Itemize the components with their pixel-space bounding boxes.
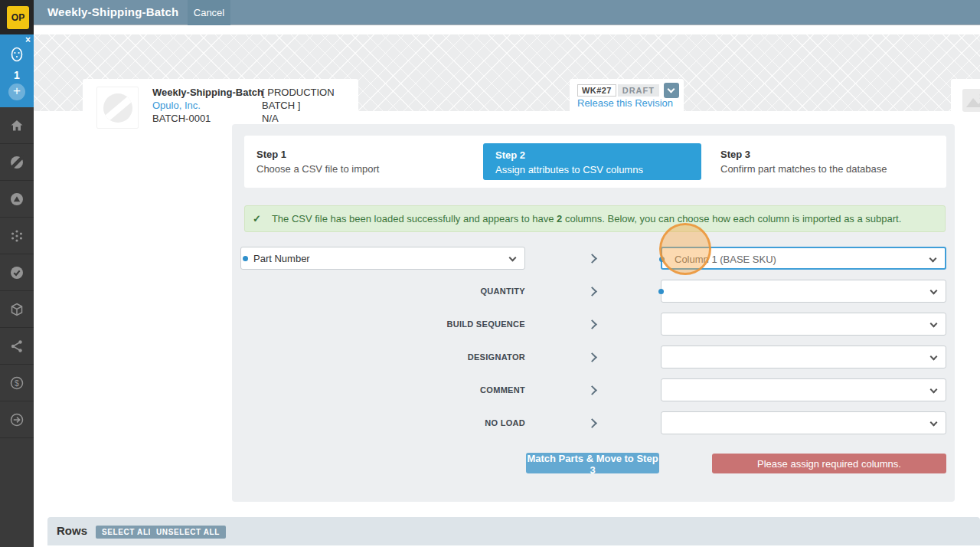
map-label-quantity: QUANTITY [385, 287, 525, 296]
release-revision-link[interactable]: Release this Revision [577, 97, 673, 109]
no-load-select[interactable] [661, 411, 946, 434]
attribute-select[interactable]: Part Number [240, 247, 525, 270]
chevron-down-icon [930, 353, 938, 361]
close-icon[interactable]: × [25, 34, 31, 45]
chevron-down-icon [929, 255, 937, 263]
parts-icon [10, 229, 24, 243]
chevron-down-icon [930, 320, 938, 328]
part-field-a: N/A [262, 112, 358, 125]
pnp-machine-icon [9, 155, 24, 170]
click-indicator [659, 223, 711, 275]
step-2-active: Step 2 Assign attributes to CSV columns [483, 143, 701, 180]
required-indicator [658, 289, 664, 294]
success-alert: ✓ The CSV file has been loaded successfu… [244, 205, 946, 232]
revision-row: WK#27 DRAFT [577, 83, 679, 98]
share-icon [10, 339, 24, 353]
chevron-down-icon [668, 86, 675, 93]
chevron-down-icon [930, 419, 938, 427]
package-icon [10, 303, 24, 316]
sidebar-item-share[interactable] [0, 328, 34, 365]
top-bar: Weekly-Shipping-Batch Cancel [34, 0, 980, 25]
chevron-down-icon [930, 386, 938, 394]
check-icon: ✓ [253, 213, 261, 224]
required-indicator [243, 256, 248, 261]
build-sequence-select[interactable] [661, 313, 946, 336]
sidebar-item-go[interactable] [0, 401, 34, 438]
sales-dollar-icon: $ [9, 375, 24, 391]
part-info-column: Weekly-Shipping-Batch Opulo, Inc. BATCH-… [152, 86, 263, 125]
sidebar-item-sales[interactable]: $ [0, 365, 34, 401]
step-indicator: Step 1 Choose a CSV file to import Step … [244, 136, 946, 188]
cancel-button[interactable]: Cancel [188, 0, 230, 25]
chevron-right-icon [587, 352, 597, 362]
revision-status-badge: DRAFT [618, 84, 659, 97]
quantity-select[interactable] [661, 280, 946, 303]
map-label-no-load: NO LOAD [385, 418, 525, 427]
designator-select[interactable] [661, 346, 946, 368]
sidebar-item-parts[interactable] [0, 218, 34, 254]
comment-select[interactable] [661, 378, 946, 401]
add-icon[interactable]: + [8, 84, 25, 100]
sidebar-item-quality[interactable] [0, 254, 34, 291]
chevron-down-icon [930, 287, 938, 295]
part-number: BATCH-0001 [152, 112, 263, 125]
revision-dropdown-button[interactable] [664, 83, 679, 98]
part-header-band: Weekly-Shipping-Batch Opulo, Inc. BATCH-… [34, 34, 980, 111]
sidebar-item-package[interactable] [0, 291, 34, 328]
sidebar-item-machine[interactable] [0, 144, 34, 181]
sidebar-workspace-section: × 1 + [0, 34, 34, 107]
op-logo[interactable]: OP [7, 6, 29, 29]
image-placeholder-icon [962, 88, 980, 116]
alert-text: The CSV file has been loaded successfull… [272, 213, 901, 224]
csv-import-panel: Step 1 Choose a CSV file to import Step … [232, 124, 955, 502]
home-icon [10, 119, 24, 133]
sidebar-item-media[interactable] [0, 181, 34, 218]
rows-title: Rows [57, 524, 87, 537]
chevron-right-icon [587, 254, 597, 264]
chevron-right-icon [587, 418, 597, 428]
opulo-mask-icon[interactable] [9, 46, 24, 66]
assign-columns-warning: Please assign required columns. [712, 454, 946, 473]
rows-section-header: Rows SELECT ALL UNSELECT ALL [47, 517, 980, 545]
sidebar-item-home[interactable] [0, 107, 34, 144]
images-card: There Add [951, 79, 980, 136]
chevron-right-icon [587, 287, 597, 296]
map-label-designator: DESIGNATOR [385, 352, 525, 362]
match-parts-button[interactable]: Match Parts & Move to Step 3 [526, 453, 659, 473]
sidebar-nav: $ [0, 107, 34, 547]
workspace-count: 1 [0, 69, 34, 81]
app-root: Weekly-Shipping-Batch Cancel OP × 1 + [0, 0, 980, 547]
page-title: Weekly-Shipping-Batch [47, 5, 178, 18]
placeholder-logo-icon [103, 93, 132, 123]
unselect-all-button[interactable]: UNSELECT ALL [150, 526, 226, 539]
chevron-right-icon [587, 319, 597, 329]
part-thumbnail[interactable] [96, 87, 139, 129]
map-label-build-sequence: BUILD SEQUENCE [385, 319, 525, 329]
chevron-down-icon [509, 254, 517, 262]
go-arrow-icon [9, 412, 24, 427]
quality-check-icon [9, 265, 24, 280]
company-link[interactable]: Opulo, Inc. [152, 99, 263, 112]
map-label-comment: COMMENT [385, 385, 525, 395]
svg-text:$: $ [15, 378, 19, 387]
revision-code-badge: WK#27 [577, 84, 616, 97]
step-1: Step 1 Choose a CSV file to import [256, 149, 379, 175]
media-icon [9, 192, 24, 207]
chevron-right-icon [587, 385, 597, 395]
part-name: Weekly-Shipping-Batch [152, 86, 263, 99]
step-3: Step 3 Confirm part matches to the datab… [720, 149, 887, 175]
part-type: [ PRODUCTION BATCH ] [262, 86, 358, 112]
